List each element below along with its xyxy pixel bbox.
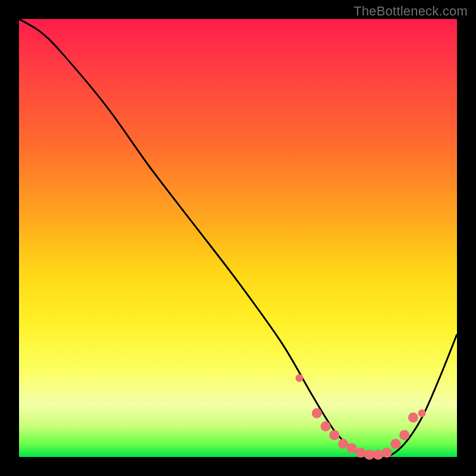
chart-svg (19, 19, 457, 457)
marker-dot (399, 430, 409, 440)
marker-dot (321, 421, 331, 431)
marker-dot (418, 409, 426, 417)
marker-dot (382, 447, 392, 458)
marker-dot (296, 374, 303, 382)
marker-dot (338, 439, 348, 449)
marker-dot (390, 439, 400, 449)
watermark-text: TheBottleneck.com (353, 4, 468, 19)
marker-dot (408, 412, 418, 422)
marker-dot (329, 430, 339, 440)
marker-dot (373, 450, 383, 460)
plot-area (19, 19, 457, 457)
marker-dot (364, 450, 374, 460)
marker-dot (356, 447, 366, 458)
bottleneck-curve (19, 19, 457, 458)
marker-dot (312, 408, 322, 418)
curve-layer (19, 19, 457, 458)
marker-dot (347, 443, 357, 453)
marker-layer (296, 374, 426, 460)
